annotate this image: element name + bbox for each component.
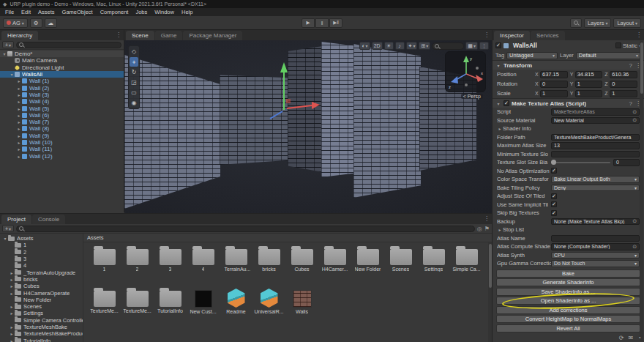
asset-item-4[interactable]: 4 [187, 244, 220, 286]
cloud-button[interactable]: ☁ [45, 18, 58, 28]
expand-arrow-icon[interactable]: ▸ [9, 324, 15, 330]
project-tree-item-texturemeshbake[interactable]: ▸TextureMeshBake [0, 324, 83, 330]
asset-item-universalr[interactable]: UniversalR... [252, 286, 285, 327]
editor-search-button[interactable] [570, 18, 582, 28]
step-button[interactable]: ▶‖ [329, 18, 342, 28]
panel-menu-icon[interactable]: ⋮ [116, 31, 121, 38]
project-tree-item-cubes[interactable]: ▸Cubes [0, 283, 83, 289]
expand-arrow-icon[interactable]: ▸ [9, 277, 15, 282]
project-tree-item-settings[interactable]: ▸Settings [0, 310, 83, 316]
perspective-label[interactable]: < Persp [461, 94, 483, 99]
expand-arrow-icon[interactable]: ▾ [9, 72, 15, 77]
panel-menu-icon[interactable]: ⋮ [484, 215, 490, 222]
menu-help[interactable]: Help [178, 8, 196, 16]
asset-item-2[interactable]: 2 [121, 244, 154, 286]
tag-dropdown[interactable]: Untagged ▾ [506, 52, 558, 59]
foldout-arrow-icon[interactable]: ▾ [495, 101, 501, 106]
object-picker-icon[interactable]: ⊙ [632, 244, 637, 250]
panel-menu-icon[interactable]: ⋮ [636, 31, 642, 38]
expand-arrow-icon[interactable]: ▸ [16, 119, 22, 124]
asset-item-bricks[interactable]: bricks [252, 244, 285, 286]
project-scrollbar[interactable] [488, 242, 492, 342]
hierarchy-item-wall-6[interactable]: ▸Wall (6) [0, 112, 124, 119]
hierarchy-item-wall-10[interactable]: ▸Wall (10) [0, 139, 124, 146]
hierarchy-item-main-camera[interactable]: Main Camera [0, 57, 124, 64]
maximum-atlas-size-input[interactable]: 13 [551, 142, 640, 149]
transform-scale-z-input[interactable]: 1 [610, 90, 637, 97]
save-shaderinfo-as-button[interactable]: Save ShaderInfo as ... [496, 288, 640, 296]
asset-item-readme[interactable]: Readme [220, 286, 252, 327]
hierarchy-item-demo[interactable]: ▾Demo* [0, 51, 124, 57]
no-atlas-optimization-checkbox[interactable] [551, 168, 557, 174]
view-tool-button[interactable]: ◇ [130, 47, 138, 56]
asset-item-1[interactable]: 1 [88, 244, 121, 286]
account-dropdown[interactable]: AG ▾ [3, 18, 28, 28]
project-tree-item-3[interactable]: 3 [0, 256, 83, 262]
project-tree-item-texturemeshbakeproduc[interactable]: ▸TextureMeshBakeProduc [0, 330, 83, 337]
menu-component[interactable]: Component [97, 8, 132, 16]
hierarchy-item-wall-4[interactable]: ▸Wall (4) [0, 98, 124, 105]
tab-project[interactable]: Project [1, 215, 31, 224]
atlas-name-input[interactable] [551, 235, 640, 242]
expand-arrow-icon[interactable]: ▾ [1, 51, 7, 56]
hierarchy-item-wall-2[interactable]: ▸Wall (2) [0, 84, 124, 91]
create-object-button[interactable]: +▾ [2, 41, 14, 48]
color-space-transfor-dropdown[interactable]: Bake Linear Output Both▾ [551, 176, 640, 183]
rotate-tool-button[interactable]: ↻ [130, 67, 138, 77]
menu-file[interactable]: File [1, 8, 18, 16]
project-tree-item-h4cameraoperate[interactable]: ▸H4CameraOperate [0, 289, 83, 296]
asset-item-new-folder[interactable]: New Folder [351, 244, 384, 286]
add-corrections-button[interactable]: Add corrections [496, 306, 640, 314]
scrollbar-thumb[interactable] [489, 244, 492, 288]
slider-value-input[interactable]: 0 [613, 159, 640, 166]
static-checkbox[interactable] [615, 42, 621, 48]
asset-item-walls[interactable]: Walls [285, 286, 318, 327]
hierarchy-item-wall-3[interactable]: ▸Wall (3) [0, 92, 124, 98]
overlay-menu-button[interactable]: ⋮ [479, 42, 489, 50]
asset-item-terrainau[interactable]: _TerrainAu... [220, 244, 252, 286]
progress-icon[interactable]: ◔ [637, 335, 641, 341]
tab-console[interactable]: Console [32, 215, 65, 224]
expand-arrow-icon[interactable]: ▸ [16, 86, 22, 91]
tab-hierarchy[interactable]: Hierarchy [1, 31, 38, 40]
project-tree-item-1[interactable]: 1 [0, 242, 83, 248]
hierarchy-item-wall-1[interactable]: ▸Wall (1) [0, 78, 124, 84]
hierarchy-search-input[interactable] [16, 42, 121, 48]
skip-big-textures-checkbox[interactable] [551, 210, 557, 216]
tab-game[interactable]: Game [155, 31, 183, 40]
shading-mode-dropdown[interactable]: ◐▾ [359, 42, 370, 50]
gizmos-dropdown[interactable]: ▦▾ [465, 42, 478, 50]
transform-scale-x-input[interactable]: 1 [540, 90, 568, 97]
script-object-field[interactable]: MakeTextureAtlas⊙ [551, 108, 640, 116]
layers-dropdown[interactable]: Layers ▾ [584, 18, 612, 28]
bake-button[interactable]: Bake [496, 269, 640, 278]
orientation-gizmo[interactable]: y x z [445, 51, 486, 92]
menu-window[interactable]: Window [151, 8, 178, 16]
hierarchy-item-wall-8[interactable]: ▸Wall (8) [0, 125, 124, 132]
hierarchy-item-wall-7[interactable]: ▸Wall (7) [0, 119, 124, 125]
asset-item-simple-ca[interactable]: Simple Ca... [450, 244, 483, 286]
asset-item-settings[interactable]: Settings [417, 244, 450, 286]
expand-arrow-icon[interactable]: ▸ [9, 270, 15, 275]
layout-dropdown[interactable]: Layout ▾ [613, 18, 641, 28]
pause-button[interactable]: ‖ [315, 18, 329, 28]
expand-arrow-icon[interactable]: ▾ [2, 236, 8, 241]
hierarchy-item-wallsall[interactable]: ▾WallsAll [0, 71, 124, 78]
expand-arrow-icon[interactable]: ▸ [16, 92, 22, 97]
asset-item-textureme[interactable]: TextureMe... [88, 286, 121, 327]
search-by-label-icon[interactable]: ⚑ [484, 226, 490, 232]
component-enabled-checkbox[interactable] [503, 100, 509, 106]
active-checkbox[interactable] [495, 42, 501, 48]
generate-shaderinfo-button[interactable]: Generate ShaderInfo [496, 278, 640, 286]
play-button[interactable]: ▶ [302, 18, 315, 28]
expand-arrow-icon[interactable]: ▸ [16, 106, 22, 111]
field-shader-info[interactable]: ▸Shader Info [493, 124, 644, 133]
tab-inspector[interactable]: Inspector [494, 31, 530, 40]
minimum-texture-slo-input[interactable] [551, 151, 640, 158]
tab-services[interactable]: Services [531, 31, 565, 40]
hierarchy-item-wall-9[interactable]: ▸Wall (9) [0, 133, 124, 139]
services-button[interactable]: ⚙ [30, 18, 42, 28]
project-tree-item-terrainautoupgrade[interactable]: ▸_TerrainAutoUpgrade [0, 269, 83, 275]
expand-arrow-icon[interactable]: ▸ [16, 113, 22, 118]
slider-handle[interactable] [551, 160, 556, 165]
